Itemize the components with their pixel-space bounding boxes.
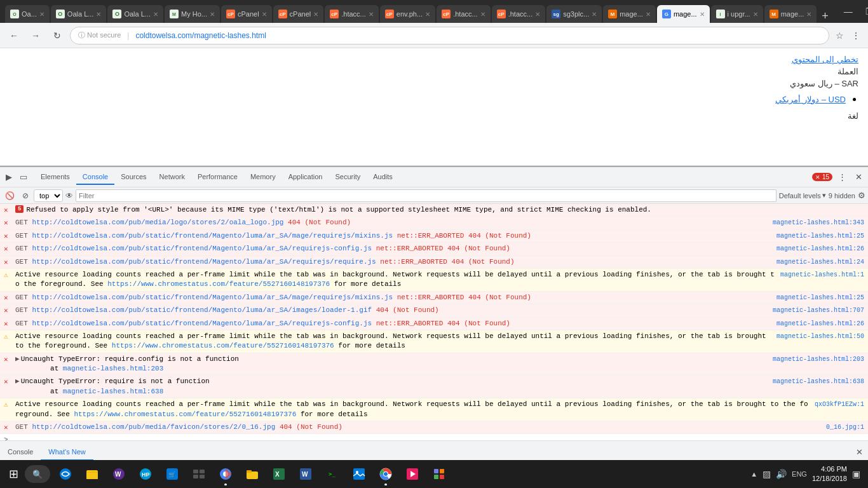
log-source-638[interactable]: magnetic-lashes.html:638 — [773, 378, 864, 385]
tab-application[interactable]: Application — [282, 170, 329, 185]
minimize-button[interactable]: — — [840, 5, 857, 18]
bottom-bar-close-icon[interactable]: ✕ — [851, 445, 868, 459]
back-button[interactable]: ← — [5, 27, 23, 44]
tab-console[interactable]: Console — [76, 170, 114, 185]
chromestatus-link-2[interactable]: https://www.chromestatus.com/feature/552… — [112, 342, 334, 349]
bottom-tab-whatsnew[interactable]: What's New — [41, 444, 93, 461]
log-source-html-50[interactable]: magnetic-lashes.html:50 — [776, 333, 864, 340]
bookmark-icon[interactable]: ☆ — [833, 28, 846, 43]
console-context-select[interactable]: top — [34, 189, 63, 202]
taskbar-photos-icon[interactable] — [346, 461, 372, 487]
log-url-mixins-2[interactable]: http://coldtowelsa.com/pub/static/fronte… — [32, 294, 393, 301]
browser-tab-6[interactable]: cP cPanel ✕ — [273, 5, 324, 23]
taskbar-terminal-icon[interactable]: >_ — [320, 461, 345, 487]
taskbar-search[interactable]: 🔍 — [25, 465, 50, 483]
chromestatus-link-3[interactable]: https://www.chromestatus.com/feature/552… — [74, 410, 296, 418]
console-block-icon[interactable]: ⊘ — [20, 190, 31, 201]
taskbar-icon-3[interactable]: W — [106, 461, 132, 487]
browser-tab-9[interactable]: cP .htacc... ✕ — [437, 5, 491, 23]
devtools-close-icon[interactable]: ✕ — [852, 170, 865, 184]
expand-arrow-1[interactable]: ▶ — [15, 355, 20, 363]
browser-tab-1[interactable]: O Oa... ✕ — [5, 5, 50, 23]
taskbar-hp-icon[interactable]: HP — [133, 461, 158, 487]
taskbar-explorer-icon[interactable] — [79, 461, 105, 487]
tray-chevron-icon[interactable]: ▲ — [750, 470, 757, 478]
expand-arrow-2[interactable]: ▶ — [15, 377, 20, 385]
taskbar-chrome-tasks-icon[interactable] — [213, 461, 238, 487]
tab-memory[interactable]: Memory — [244, 170, 282, 185]
console-levels-dropdown[interactable]: Default levels ▾ — [779, 191, 826, 200]
tab-security[interactable]: Security — [329, 170, 367, 185]
log-source-25-2[interactable]: magnetic-lashes.html:25 — [776, 294, 864, 301]
browser-tab-2[interactable]: O Oala L... ✕ — [51, 5, 107, 23]
taskbar-excel-icon[interactable]: X — [266, 461, 292, 487]
log-url-require[interactable]: http://coldtowelsa.com/pub/static/fronte… — [32, 258, 376, 266]
browser-tab-8[interactable]: cP env.ph... ✕ — [380, 5, 435, 23]
log-url-favicon[interactable]: http://coldtowelsa.com/pub/media/favicon… — [32, 423, 275, 431]
currency-usd-item[interactable]: USD – دولار أمريكي — [10, 93, 846, 105]
log-source-24[interactable]: magnetic-lashes.html:24 — [776, 259, 864, 266]
bottom-tab-console[interactable]: Console — [0, 444, 41, 461]
console-filter-input[interactable] — [76, 189, 776, 202]
system-clock[interactable]: 4:06 PM 12/18/2018 — [812, 464, 847, 484]
browser-tab-11[interactable]: sg sg3plc... ✕ — [546, 5, 602, 23]
devtools-more-icon[interactable]: ⋮ — [835, 170, 850, 184]
notification-center-icon[interactable]: ▣ — [852, 469, 860, 479]
browser-tab-15[interactable]: M mage... ✕ — [764, 5, 817, 23]
browser-tab-12[interactable]: M mage... ✕ — [603, 5, 656, 23]
devtools-mobile-icon[interactable]: ▭ — [17, 170, 31, 184]
address-bar[interactable]: ⓘ Not secure | coldtowelsa.com/magnetic-… — [70, 27, 829, 44]
reload-button[interactable]: ↻ — [48, 27, 66, 44]
browser-tab-10[interactable]: cP .htacc... ✕ — [492, 5, 546, 23]
browser-tab-14[interactable]: i i upgr... ✕ — [711, 5, 763, 23]
log-url-rjsconfig-1[interactable]: http://coldtowelsa.com/pub/static/fronte… — [32, 245, 372, 252]
log-url-mixins-1[interactable]: http://coldtowelsa.com/pub/static/fronte… — [32, 232, 393, 240]
forward-button[interactable]: → — [27, 27, 44, 44]
tab-sources[interactable]: Sources — [114, 170, 153, 185]
taskbar-edge-icon[interactable] — [53, 461, 78, 487]
settings-icon[interactable]: ⋮ — [849, 28, 863, 43]
log-url-rjsconfig-2[interactable]: http://coldtowelsa.com/pub/static/fronte… — [32, 320, 372, 327]
log-source-26-1[interactable]: magnetic-lashes.html:26 — [776, 245, 864, 252]
browser-tab-3[interactable]: O Oala L... ✕ — [107, 5, 163, 23]
console-log-area[interactable]: ✕ 5 Refused to apply style from '<URL>' … — [0, 204, 868, 440]
log-source-qx[interactable]: qxO3kfP1EZw:1 — [815, 401, 864, 408]
currency-usd-link[interactable]: USD – دولار أمريكي — [775, 95, 846, 104]
log-source-html-1[interactable]: magnetic-lashes.html:1 — [780, 271, 864, 278]
tab-elements[interactable]: Elements — [34, 170, 76, 185]
log-source-707[interactable]: magnetic-lashes.html:707 — [773, 307, 864, 314]
console-eye-icon[interactable]: 👁 — [65, 191, 73, 200]
typeerror-1-source-link[interactable]: magnetic-lashes.html:203 — [63, 365, 163, 372]
devtools-cursor-icon[interactable]: ▶ — [3, 170, 15, 184]
log-source-25-1[interactable]: magnetic-lashes.html:25 — [776, 233, 864, 240]
tab-audits[interactable]: Audits — [367, 170, 399, 185]
browser-tab-7[interactable]: cP .htacc... ✕ — [325, 5, 379, 23]
log-url-logo[interactable]: http://coldtowelsa.com/pub/media/logo/st… — [32, 219, 283, 226]
maximize-button[interactable]: ❐ — [862, 5, 868, 18]
tray-network-icon[interactable]: ▨ — [763, 469, 771, 479]
taskbar-media-icon[interactable] — [400, 461, 425, 487]
taskbar-chrome-icon[interactable] — [373, 461, 398, 487]
taskbar-taskview-icon[interactable] — [186, 461, 212, 487]
browser-tab-4[interactable]: M My Ho... ✕ — [165, 5, 220, 23]
new-tab-button[interactable]: + — [818, 10, 832, 23]
log-url-loader[interactable]: http://coldtowelsa.com/pub/static/fronte… — [32, 306, 372, 314]
tab-performance[interactable]: Performance — [191, 170, 244, 185]
browser-tab-13[interactable]: G mage... ✕ — [657, 5, 710, 23]
log-source-26-2[interactable]: magnetic-lashes.html:26 — [776, 320, 864, 327]
typeerror-2-source-link[interactable]: magnetic-lashes.html:638 — [63, 388, 163, 395]
log-source-343[interactable]: magnetic-lashes.html:343 — [773, 219, 864, 226]
console-clear-icon[interactable]: 🚫 — [3, 190, 17, 201]
tab-network[interactable]: Network — [153, 170, 191, 185]
log-source-favicon[interactable]: 0_16.jpg:1 — [826, 424, 864, 431]
taskbar-word-icon[interactable]: W — [293, 461, 318, 487]
chromestatus-link-1[interactable]: https://www.chromestatus.com/feature/552… — [107, 280, 330, 288]
taskbar-apps-icon[interactable] — [426, 461, 452, 487]
taskbar-folder-icon[interactable] — [240, 461, 265, 487]
log-source-203[interactable]: magnetic-lashes.html:203 — [773, 356, 864, 363]
console-settings-icon[interactable]: ⚙ — [858, 191, 865, 200]
skip-link[interactable]: تخطي إلى المحتوي — [10, 55, 858, 64]
tray-language[interactable]: ENG — [792, 470, 807, 478]
browser-tab-5[interactable]: cP cPanel ✕ — [221, 5, 272, 23]
taskbar-store-icon[interactable]: 🛒 — [159, 461, 185, 487]
